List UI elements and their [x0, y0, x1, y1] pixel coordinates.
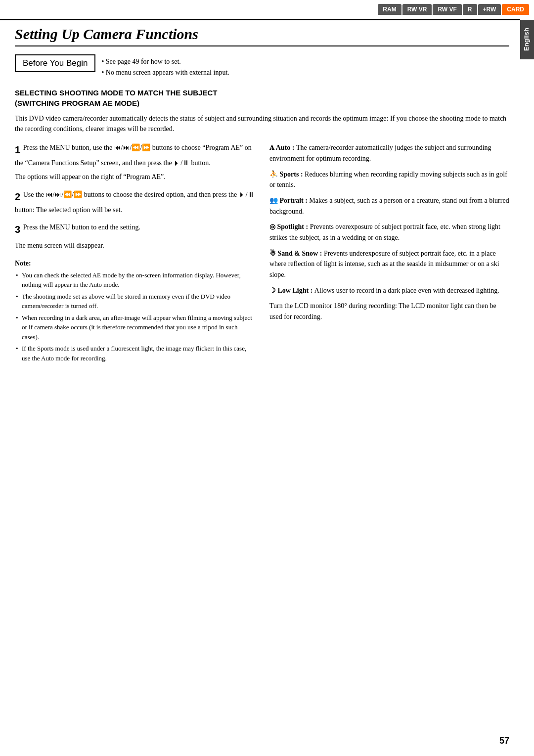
step-3: 3 Press the MENU button to end the setti…	[15, 222, 255, 251]
step-2: 2 Use the ⏮/⏭/⏪/⏩ buttons to choose the …	[15, 189, 255, 216]
auto-text: The camera/recorder automatically judges…	[269, 144, 491, 162]
step-1-sub: The options will appear on the right of …	[15, 172, 255, 182]
sports-icon: ⛹ Sports :	[269, 171, 305, 178]
before-begin-label: Before You Begin	[15, 54, 95, 72]
side-language-label: English	[520, 20, 534, 59]
low-light-icon: ☽ Low Light :	[269, 287, 314, 294]
note-item-3: When recording in a dark area, an after-…	[15, 313, 255, 342]
tab-ram[interactable]: RAM	[378, 4, 401, 15]
note-label: Note:	[15, 260, 31, 267]
page-title: Setting Up Camera Functions	[15, 26, 509, 46]
spotlight-icon: ◎ Spotlight :	[269, 223, 310, 230]
top-divider	[0, 19, 520, 20]
low-light-text: Allows user to record in a dark place ev…	[314, 287, 499, 294]
tab-plus-rw[interactable]: +RW	[478, 4, 501, 15]
step-3-number: 3	[15, 224, 23, 235]
tab-rwvf[interactable]: RW VF	[433, 4, 461, 15]
tab-bar: RAM RW VR RW VF R +RW CARD	[378, 0, 534, 15]
note-item-2: The shooting mode set as above will be s…	[15, 292, 255, 311]
auto-icon: 𝐀 Auto :	[269, 144, 296, 151]
step-2-text: Use the ⏮/⏭/⏪/⏩ buttons to choose the de…	[15, 191, 255, 214]
before-begin-item-1: See page 49 for how to set.	[101, 56, 229, 67]
left-column: 1 Press the MENU button, use the ⏮/⏭/⏪/⏩…	[15, 142, 255, 365]
sand-snow-icon: ☃ Sand & Snow :	[269, 250, 324, 257]
before-begin-content: See page 49 for how to set. No menu scre…	[101, 54, 229, 79]
sports-text: Reduces blurring when recording rapidly …	[269, 171, 507, 189]
step-2-number: 2	[15, 191, 23, 202]
main-content: Setting Up Camera Functions Before You B…	[15, 21, 509, 736]
tab-card[interactable]: CARD	[502, 4, 529, 15]
note-list: You can check the selected AE mode by th…	[15, 270, 255, 363]
step-1: 1 Press the MENU button, use the ⏮/⏭/⏪/⏩…	[15, 142, 255, 182]
note-section: Note: You can check the selected AE mode…	[15, 258, 255, 363]
lcd-note: Turn the LCD monitor 180° during recordi…	[269, 301, 509, 322]
before-begin-row: Before You Begin See page 49 for how to …	[15, 54, 509, 79]
right-item-spotlight: ◎ Spotlight : Prevents overexposure of s…	[269, 222, 509, 243]
step-3-text: Press the MENU button to end the setting…	[23, 223, 140, 231]
step-1-number: 1	[15, 144, 23, 155]
two-column-layout: 1 Press the MENU button, use the ⏮/⏭/⏪/⏩…	[15, 142, 509, 365]
tab-rwvr[interactable]: RW VR	[402, 4, 432, 15]
right-item-low-light: ☽ Low Light : Allows user to record in a…	[269, 285, 509, 296]
step-3-sub: The menu screen will disappear.	[15, 240, 255, 251]
right-item-sand-snow: ☃ Sand & Snow : Prevents underexposure o…	[269, 248, 509, 280]
note-item-1: You can check the selected AE mode by th…	[15, 270, 255, 290]
portrait-icon: 👥 Portrait :	[269, 197, 309, 204]
step-1-text: Press the MENU button, use the ⏮/⏭/⏪/⏩ b…	[15, 144, 252, 167]
page-number: 57	[499, 736, 509, 746]
tab-r[interactable]: R	[463, 4, 477, 15]
note-item-4: If the Sports mode is used under a fluor…	[15, 344, 255, 363]
right-item-auto: 𝐀 Auto : The camera/recorder automatical…	[269, 142, 509, 164]
before-begin-item-2: No menu screen appears with external inp…	[101, 67, 229, 78]
section-heading: SELECTING SHOOTING MODE TO MATCH THE SUB…	[15, 88, 509, 108]
right-item-sports: ⛹ Sports : Reduces blurring when recordi…	[269, 169, 509, 190]
right-item-portrait: 👥 Portrait : Makes a subject, such as a …	[269, 195, 509, 217]
intro-paragraph: This DVD video camera/recorder automatic…	[15, 113, 509, 134]
right-column: 𝐀 Auto : The camera/recorder automatical…	[269, 142, 509, 365]
